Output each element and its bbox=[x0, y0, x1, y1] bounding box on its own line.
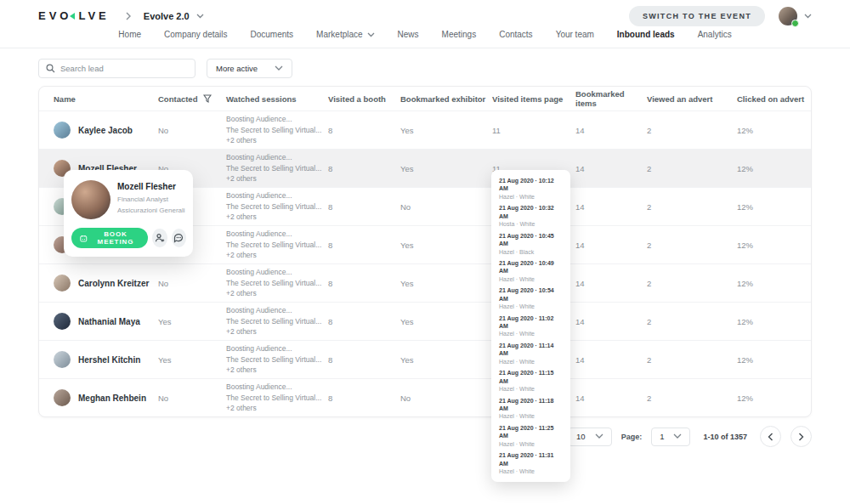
column-header-name: Name bbox=[39, 94, 158, 104]
next-page-button[interactable] bbox=[790, 426, 812, 447]
per-page-select[interactable]: 10 bbox=[568, 428, 612, 446]
tooltip-entry: 21 Aug 2020 · 11:14 AM Hazel · White bbox=[499, 342, 563, 365]
watched-sessions-value: Boosting Audience...The Secret to Sellin… bbox=[226, 382, 328, 414]
bookmarked-exhibitor-value: Yes bbox=[400, 279, 492, 288]
event-name: Evolve 2.0 bbox=[144, 11, 190, 21]
tooltip-entry: 21 Aug 2020 · 11:25 AM Hazel · White bbox=[499, 424, 563, 448]
search-input[interactable] bbox=[60, 64, 188, 73]
activity-filter-value: More active bbox=[216, 64, 258, 73]
viewed-advert-value: 2 bbox=[647, 126, 737, 135]
tooltip-entry-datetime: 21 Aug 2020 · 10:45 AM bbox=[499, 232, 563, 248]
contacted-value: Yes bbox=[158, 355, 226, 365]
event-selector[interactable]: Evolve 2.0 bbox=[144, 11, 204, 21]
nav-item[interactable]: Company details bbox=[164, 30, 227, 39]
person-add-icon bbox=[155, 233, 165, 243]
tooltip-entry-datetime: 21 Aug 2020 · 11:02 AM bbox=[499, 314, 563, 331]
lead-name-cell: Hershel Kitchin bbox=[39, 351, 158, 368]
contacted-value: Yes bbox=[158, 317, 226, 326]
table-row[interactable]: Carolynn Kreitzer No Boosting Audience..… bbox=[39, 263, 811, 302]
tooltip-entry: 21 Aug 2020 · 10:12 AM Hazel · White bbox=[499, 177, 563, 201]
clicked-advert-value: 12% bbox=[737, 394, 811, 403]
nav-item[interactable]: Your team bbox=[556, 30, 594, 39]
nav-item-label: Marketplace bbox=[316, 30, 362, 39]
lead-name-cell: Carolynn Kreitzer bbox=[39, 275, 158, 292]
table-header-row: Name Contacted Watched sessions Visited … bbox=[39, 87, 811, 110]
table-row[interactable]: Kaylee Jacob No Boosting Audience...The … bbox=[39, 110, 811, 149]
column-header-visited-items: Visited items page bbox=[492, 94, 575, 104]
visited-booth-value: 8 bbox=[328, 279, 400, 288]
visited-booth-value: 8 bbox=[328, 202, 400, 212]
bookmarked-items-value: 14 bbox=[575, 355, 647, 365]
nav-item[interactable]: Meetings bbox=[442, 30, 477, 39]
popup-avatar bbox=[71, 180, 110, 219]
add-contact-button[interactable] bbox=[152, 229, 167, 247]
tooltip-entry-session: Hazel · White bbox=[499, 440, 563, 448]
clicked-advert-value: 12% bbox=[737, 164, 811, 173]
nav-item[interactable]: Documents bbox=[251, 30, 294, 39]
nav-item-label: Documents bbox=[251, 30, 294, 39]
nav-item[interactable]: Home bbox=[118, 30, 141, 39]
lead-avatar bbox=[54, 275, 71, 292]
bookmarked-exhibitor-value: Yes bbox=[400, 241, 492, 250]
search-box[interactable] bbox=[38, 59, 196, 78]
nav-item[interactable]: Inbound leads bbox=[617, 30, 675, 39]
bookmarked-exhibitor-value: Yes bbox=[400, 126, 492, 135]
bookmarked-items-value: 14 bbox=[575, 202, 647, 212]
switch-to-event-button[interactable]: SWITCH TO THE EVENT bbox=[629, 6, 765, 26]
table-row[interactable]: Nathanial Maya Yes Boosting Audience...T… bbox=[39, 302, 811, 340]
chevron-down-icon bbox=[595, 433, 604, 439]
visited-booth-value: 8 bbox=[328, 164, 400, 173]
page-select[interactable]: 1 bbox=[651, 428, 690, 446]
bookmarked-items-value: 14 bbox=[575, 126, 647, 135]
tooltip-entry-session: Hazel · White bbox=[499, 358, 563, 365]
table-row[interactable]: Meghan Rehbein No Boosting Audience...Th… bbox=[39, 378, 811, 416]
tooltip-entry-datetime: 21 Aug 2020 · 10:54 AM bbox=[499, 286, 563, 303]
per-page-value: 10 bbox=[576, 432, 586, 441]
viewed-advert-value: 2 bbox=[647, 355, 737, 365]
tooltip-entry-session: Hazel · White bbox=[499, 385, 563, 393]
column-header-clicked-advert: Clicked on advert bbox=[737, 94, 811, 104]
page-label: Page: bbox=[621, 433, 643, 441]
account-menu[interactable] bbox=[779, 7, 812, 25]
chat-button[interactable] bbox=[172, 229, 186, 247]
bookmarked-items-value: 14 bbox=[575, 164, 647, 173]
nav-item[interactable]: Contacts bbox=[499, 30, 532, 39]
calendar-icon bbox=[80, 234, 88, 243]
tooltip-entry-session: Hazel · White bbox=[499, 193, 563, 201]
tooltip-entry: 21 Aug 2020 · 10:49 AM Hazel · White bbox=[499, 259, 563, 283]
nav-item[interactable]: Marketplace bbox=[316, 30, 374, 39]
column-header-watched-sessions: Watched sessions bbox=[226, 94, 328, 104]
activity-filter-select[interactable]: More active bbox=[207, 59, 292, 78]
lead-name: Hershel Kitchin bbox=[78, 355, 140, 365]
watched-sessions-value: Boosting Audience...The Secret to Sellin… bbox=[226, 114, 328, 146]
tooltip-entry: 21 Aug 2020 · 11:15 AM Hazel · White bbox=[499, 369, 563, 393]
viewed-advert-value: 2 bbox=[647, 202, 737, 212]
nav-item[interactable]: News bbox=[398, 30, 419, 39]
viewed-advert-value: 2 bbox=[647, 164, 737, 173]
book-meeting-label: BOOK MEETING bbox=[92, 230, 140, 246]
table-row[interactable]: Hershel Kitchin Yes Boosting Audience...… bbox=[39, 340, 811, 378]
nav-item-label: Meetings bbox=[442, 30, 477, 39]
watched-sessions-value: Boosting Audience...The Secret to Sellin… bbox=[226, 152, 328, 184]
watched-sessions-value: Boosting Audience...The Secret to Sellin… bbox=[226, 305, 328, 337]
bookmarked-exhibitor-value: Yes bbox=[400, 164, 492, 173]
filter-icon[interactable] bbox=[203, 94, 212, 103]
bookmarked-items-value: 14 bbox=[575, 317, 647, 326]
bookmarked-exhibitor-value: No bbox=[400, 202, 492, 212]
logo-text-right: LVE bbox=[78, 9, 109, 22]
breadcrumb-chevron-icon bbox=[125, 12, 132, 20]
tooltip-entry: 21 Aug 2020 · 10:54 AM Hazel · White bbox=[499, 286, 563, 310]
tooltip-entry-datetime: 21 Aug 2020 · 11:15 AM bbox=[499, 369, 563, 385]
nav-item[interactable]: Analytics bbox=[698, 30, 732, 39]
tooltip-entry-session: Hazel · White bbox=[499, 330, 563, 337]
bookmarked-items-value: 14 bbox=[575, 394, 647, 403]
book-meeting-button[interactable]: BOOK MEETING bbox=[71, 228, 148, 248]
contacted-value: No bbox=[158, 279, 226, 288]
lead-avatar bbox=[54, 389, 71, 406]
prev-page-button[interactable] bbox=[760, 426, 781, 447]
avatar bbox=[779, 7, 797, 25]
nav-item-label: News bbox=[398, 30, 419, 39]
visited-items-tooltip: 21 Aug 2020 · 10:12 AM Hazel · White 21 … bbox=[491, 170, 570, 482]
clicked-advert-value: 12% bbox=[737, 317, 811, 326]
lead-avatar bbox=[54, 122, 71, 139]
